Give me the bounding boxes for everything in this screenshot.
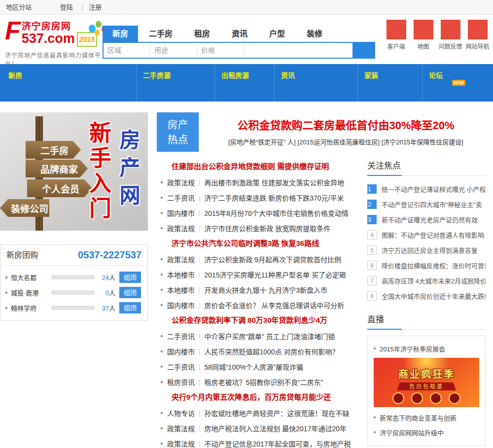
hot-sublink[interactable]: [房地产税“铁定开征” 人] [228, 138, 296, 146]
news-title-link[interactable]: 租房老被坑？5招教你识别不良“二房东” [204, 377, 323, 387]
nav-link[interactable]: 二手房源 [143, 68, 203, 107]
news-item[interactable]: 政策法规 | 济宁公积金新政 9月起再次下调贷款首付比例 [157, 251, 361, 267]
news-item[interactable]: 本地楼市 | 2015济宁买房曝光11种黑户型名单 买了必定砸 [157, 267, 361, 282]
join-group-button[interactable]: 组团 [119, 272, 141, 283]
focus-item[interactable]: 1 统一不动产登记薄证样式曝光 小产权 [367, 181, 486, 197]
news-title-link[interactable]: 58同城“100%个人房源”屡现诈骗 [204, 362, 303, 372]
focus-item-link[interactable]: 图解：不动产登记对普通人有啥影响 [382, 230, 484, 240]
news-category-link[interactable]: 二手资讯 [167, 331, 195, 341]
focus-item[interactable]: 4 图解：不动产登记对普通人有啥影响 [367, 227, 486, 242]
news-item[interactable]: 政策法规 | 房地产税法列入立法规划 最快2017年通过20年 [157, 420, 361, 436]
join-group-button[interactable]: 组团 [119, 287, 141, 298]
quick-link[interactable]: 问题反馈 [437, 20, 464, 50]
news-category-link[interactable]: 租房资讯 [167, 377, 195, 387]
live-item-link[interactable]: 济宁房房网网站升级中 [380, 428, 444, 437]
live-item[interactable]: 新常态下的商业变革与创新 [374, 410, 479, 425]
news-category-link[interactable]: 本地楼市 [167, 270, 195, 279]
news-group-header[interactable]: 央行9个月内第五次降息后，百万房贷每月能少还 [157, 389, 361, 405]
news-item[interactable]: 二手资讯 | 济宁二手房结束连跌 新房价格下跌370元/平米 [157, 190, 361, 205]
news-item[interactable]: 人物专访 | 孙宏斌吐槽地产商轻资产：这很荒唐！现在不缺 [157, 405, 361, 420]
focus-item[interactable]: 7 高库存压顶 4大城市未来2月或掀降价 [367, 273, 486, 288]
news-item[interactable]: 国内楼市 | 2015年8月份70个大中城市住宅销售价格变动情 [157, 205, 361, 220]
header-tab[interactable]: 户型 [258, 26, 296, 42]
header-tab[interactable]: 二手房 [138, 26, 183, 42]
news-category-link[interactable]: 国内楼市 [167, 346, 195, 356]
news-title-link[interactable]: 2015济宁买房曝光11种黑户型名单 买了必定砸 [204, 270, 346, 279]
news-title-link[interactable]: 不动产登记信息2017年起全国可查，与房地产税 [204, 439, 351, 448]
news-item[interactable]: 国内楼市 | 人民币突然贬值超1000点 对房价有何影响？ [157, 344, 361, 359]
region-sites-link[interactable]: 地区分站 [6, 3, 32, 11]
nav-link[interactable]: 论坛 [429, 68, 457, 107]
news-item[interactable]: 国内楼市 | 房价会不会涨价？ 从李克强总理讲话中可分析 [157, 297, 361, 312]
news-item[interactable]: 二手资讯 | 58同城“100%个人房源”屡现诈骗 [157, 359, 361, 374]
region-select[interactable]: 区域 [104, 43, 150, 58]
focus-item[interactable]: 5 济宁万达回迁房业主得到满意答复 [367, 242, 486, 258]
nav-link[interactable]: 资讯 [281, 68, 346, 107]
hot-sublink[interactable]: [济宁2015年保障性住房建设] [382, 138, 463, 146]
usage-select[interactable]: 用途 [150, 43, 197, 58]
groupbuy-project-link[interactable]: 翰林学府 [11, 303, 51, 312]
focus-item-link[interactable]: 统一不动产登记薄证样式曝光 小产权 [382, 184, 486, 194]
register-link[interactable]: 注册 [89, 3, 102, 11]
news-group-header[interactable]: 住建部出台公积金异地贷款细则 需提供缴存证明 [157, 159, 361, 174]
focus-item-link[interactable]: 全国大中城市房价创近十年来最大跌幅 [382, 291, 486, 301]
news-item[interactable]: 租房资讯 | 租房老被坑？5招教你识别不良“二房东” [157, 374, 361, 389]
news-title-link[interactable]: 开发商火拼金九银十 九月济宁3新盘入市 [204, 285, 327, 295]
focus-item-link[interactable]: 不动产登记引四大城市“神秘业主”卖 [382, 200, 482, 209]
news-category-link[interactable]: 政策法规 [167, 423, 195, 433]
price-select[interactable]: 价格 [197, 43, 244, 58]
news-title-link[interactable]: 2015年8月份70个大中城市住宅销售价格变动情 [204, 208, 349, 218]
news-category-link[interactable]: 国内楼市 [167, 208, 195, 218]
header-tab[interactable]: 新房 [103, 26, 138, 42]
header-tab[interactable]: 资讯 [221, 26, 258, 42]
news-category-link[interactable]: 国内楼市 [167, 300, 195, 310]
quick-link[interactable]: 网站导航 [464, 20, 491, 50]
live-ad-banner[interactable]: 商业疯狂季 告白包租婆 [374, 358, 479, 407]
news-category-link[interactable]: 政策法规 [167, 254, 195, 264]
focus-item-link[interactable]: 高库存压顶 4大城市未来2月或掀降价 [382, 276, 486, 285]
news-category-link[interactable]: 政策法规 [167, 223, 195, 233]
hot-headline-link[interactable]: 公积金贷款购二套房最低首付由30%降至20% [237, 116, 454, 132]
news-title-link[interactable]: 孙宏斌吐槽地产商轻资产：这很荒唐！现在不缺 [204, 408, 349, 418]
news-category-link[interactable]: 二手资讯 [167, 362, 195, 372]
header-tab[interactable]: 装修 [296, 26, 333, 42]
groupbuy-project-link[interactable]: 城投·鹿港 [11, 288, 51, 297]
quick-link[interactable]: 地图 [410, 20, 437, 50]
nav-link[interactable]: 新房 [8, 68, 125, 107]
focus-item-link[interactable]: 新不动产证曝光老房产证仍然有效 [382, 215, 478, 224]
header-tab[interactable]: 租房 [183, 26, 221, 42]
news-category-link[interactable]: 政策法规 [167, 177, 195, 187]
live-item-link[interactable]: 2015年济宁秋季房展会 [380, 344, 445, 353]
focus-item[interactable]: 3 新不动产证曝光老房产证仍然有效 [367, 212, 486, 227]
news-title-link[interactable]: 济宁二手房结束连跌 新房价格下跌370元/平米 [204, 193, 344, 203]
nav-link[interactable]: 家装 [364, 68, 411, 107]
news-group-header[interactable]: 济宁市公共汽车公司临时调整3路 恢复36路线 [157, 236, 361, 251]
quick-link[interactable]: 客户端 [383, 20, 410, 50]
focus-item[interactable]: 6 降价楼盘拉横幅反维权：涨价时可曾谢 [367, 258, 486, 273]
news-title-link[interactable]: 再出楼市刺激政策 住建部发文落实公积金异地 [204, 177, 344, 187]
nav-link[interactable]: 出租房源 [221, 68, 263, 107]
news-item[interactable]: 政策法规 | 再出楼市刺激政策 住建部发文落实公积金异地 [157, 174, 361, 190]
news-category-link[interactable]: 本地楼市 [167, 285, 195, 295]
news-category-link[interactable]: 政策法规 [167, 439, 195, 448]
news-title-link[interactable]: 房价会不会涨价？ 从李克强总理讲话中可分析 [204, 300, 344, 310]
news-item[interactable]: 二手资讯 | 中介客户买房“跳单” 员工上门泼油漆堵门锁 [157, 328, 361, 344]
news-item[interactable]: 政策法规 | 济宁市住房公积金新政 放宽购房提取条件 [157, 220, 361, 236]
groupbuy-project-link[interactable]: 恒大名都 [11, 273, 51, 282]
login-link[interactable]: 登陆 [60, 3, 73, 11]
search-button[interactable] [352, 43, 374, 58]
search-input[interactable] [244, 43, 352, 58]
news-title-link[interactable]: 中介客户买房“跳单” 员工上门泼油漆堵门锁 [204, 331, 335, 341]
live-item[interactable]: 济宁房房网网站升级中 [374, 425, 479, 440]
focus-item-link[interactable]: 降价楼盘拉横幅反维权：涨价时可曾谢 [382, 261, 486, 270]
news-item[interactable]: 政策法规 | 不动产登记信息2017年起全国可查，与房地产税 [157, 436, 361, 448]
site-logo[interactable]: F 济宁房房网 537.com2015 济宁房地产信息最具影响力媒体平台！ [5, 19, 104, 68]
news-group-header[interactable]: 公积金存贷款利率下调 80万30年贷款利息少4万 [157, 312, 361, 328]
news-category-link[interactable]: 人物专访 [167, 408, 195, 418]
focus-item-link[interactable]: 济宁万达回迁房业主得到满意答复 [382, 245, 478, 255]
join-group-button[interactable]: 组团 [119, 302, 141, 313]
live-item[interactable]: 2015年济宁秋季房展会 [374, 341, 479, 356]
news-category-link[interactable]: 二手资讯 [167, 193, 195, 203]
promo-banner[interactable]: 二手房 品牌商家 个人会员 装修公司 新手入门 房产网 [0, 112, 148, 231]
news-title-link[interactable]: 济宁公积金新政 9月起再次下调贷款首付比例 [204, 254, 341, 264]
